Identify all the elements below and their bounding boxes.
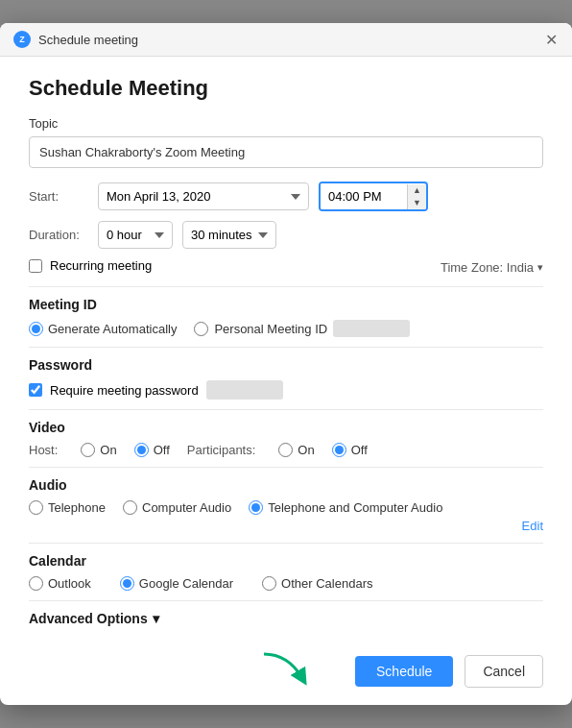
timezone-selector[interactable]: Time Zone: India ▾ bbox=[441, 260, 543, 275]
telephone-computer-audio-radio[interactable] bbox=[249, 500, 263, 515]
topic-label: Topic bbox=[29, 116, 543, 131]
divider-5 bbox=[29, 543, 543, 544]
participants-on-label[interactable]: On bbox=[298, 443, 314, 457]
topic-input[interactable] bbox=[29, 136, 543, 168]
timezone-text: Time Zone: India bbox=[441, 260, 534, 275]
outlook-label[interactable]: Outlook bbox=[48, 576, 91, 591]
password-mask bbox=[206, 380, 283, 400]
google-calendar-radio[interactable] bbox=[120, 576, 134, 591]
generate-auto-option[interactable]: Generate Automatically bbox=[29, 322, 177, 336]
participants-on-option[interactable]: On bbox=[278, 443, 314, 457]
host-on-option[interactable]: On bbox=[81, 443, 116, 457]
require-password-checkbox[interactable] bbox=[29, 383, 42, 397]
host-on-radio[interactable] bbox=[81, 443, 95, 457]
video-row: Host: On Off Participants: On Off bbox=[29, 443, 543, 457]
password-title: Password bbox=[29, 357, 543, 373]
cancel-button[interactable]: Cancel bbox=[465, 655, 543, 688]
title-bar: Z Schedule meeting ✕ bbox=[0, 23, 572, 57]
audio-title: Audio bbox=[29, 477, 543, 493]
title-bar-left: Z Schedule meeting bbox=[13, 31, 138, 48]
start-row: Start: Mon April 13, 2020 ▲ ▼ bbox=[29, 182, 543, 211]
dialog-footer: Schedule Cancel bbox=[0, 645, 572, 705]
host-off-radio[interactable] bbox=[134, 443, 149, 457]
google-calendar-label[interactable]: Google Calendar bbox=[139, 576, 233, 591]
page-title: Schedule Meeting bbox=[29, 76, 543, 101]
telephone-computer-audio-label[interactable]: Telephone and Computer Audio bbox=[268, 500, 442, 515]
calendar-title: Calendar bbox=[29, 553, 543, 569]
participants-off-label[interactable]: Off bbox=[351, 443, 368, 457]
divider-6 bbox=[29, 600, 543, 601]
outlook-option[interactable]: Outlook bbox=[29, 576, 91, 591]
divider-4 bbox=[29, 467, 543, 468]
time-spinner: ▲ ▼ bbox=[407, 184, 426, 209]
password-row: Require meeting password bbox=[29, 380, 543, 400]
timezone-chevron-icon: ▾ bbox=[537, 261, 543, 274]
dialog-content: Schedule Meeting Topic Start: Mon April … bbox=[0, 57, 572, 645]
other-calendars-label[interactable]: Other Calendars bbox=[281, 576, 372, 591]
start-date-select[interactable]: Mon April 13, 2020 bbox=[98, 182, 309, 210]
divider-3 bbox=[29, 409, 543, 410]
schedule-arrow-indicator bbox=[259, 649, 317, 688]
schedule-meeting-dialog: Z Schedule meeting ✕ Schedule Meeting To… bbox=[0, 23, 572, 705]
audio-row: Telephone Computer Audio Telephone and C… bbox=[29, 500, 543, 515]
participants-off-option[interactable]: Off bbox=[332, 443, 368, 457]
computer-audio-label[interactable]: Computer Audio bbox=[142, 500, 231, 515]
telephone-radio[interactable] bbox=[29, 500, 43, 515]
outlook-radio[interactable] bbox=[29, 576, 43, 591]
participants-off-radio[interactable] bbox=[332, 443, 346, 457]
duration-row: Duration: 0 hour 1 hour 2 hours 30 minut… bbox=[29, 221, 543, 249]
advanced-options-row[interactable]: Advanced Options ▾ bbox=[29, 611, 543, 626]
time-input[interactable] bbox=[321, 183, 407, 209]
host-label: Host: bbox=[29, 443, 58, 457]
recurring-row: Recurring meeting bbox=[29, 258, 152, 273]
google-calendar-option[interactable]: Google Calendar bbox=[120, 576, 233, 591]
computer-audio-option[interactable]: Computer Audio bbox=[123, 500, 231, 515]
generate-auto-label[interactable]: Generate Automatically bbox=[48, 322, 177, 336]
host-off-option[interactable]: Off bbox=[134, 443, 170, 457]
recurring-timezone-row: Recurring meeting Time Zone: India ▾ bbox=[29, 258, 543, 277]
recurring-label[interactable]: Recurring meeting bbox=[50, 258, 152, 273]
advanced-options-label: Advanced Options bbox=[29, 611, 148, 626]
duration-hour-select[interactable]: 0 hour 1 hour 2 hours bbox=[98, 221, 173, 249]
duration-label: Duration: bbox=[29, 228, 88, 242]
require-password-label[interactable]: Require meeting password bbox=[50, 383, 199, 398]
recurring-checkbox[interactable] bbox=[29, 259, 42, 273]
personal-meeting-radio[interactable] bbox=[194, 322, 208, 336]
calendar-row: Outlook Google Calendar Other Calendars bbox=[29, 576, 543, 591]
zoom-logo: Z bbox=[13, 31, 31, 48]
host-on-label[interactable]: On bbox=[100, 443, 116, 457]
computer-audio-radio[interactable] bbox=[123, 500, 137, 515]
personal-meeting-option[interactable]: Personal Meeting ID bbox=[194, 320, 410, 337]
personal-meeting-label[interactable]: Personal Meeting ID bbox=[214, 322, 327, 336]
telephone-label[interactable]: Telephone bbox=[48, 500, 106, 515]
advanced-chevron-icon: ▾ bbox=[153, 611, 159, 626]
close-button[interactable]: ✕ bbox=[543, 32, 559, 47]
telephone-computer-audio-option[interactable]: Telephone and Computer Audio bbox=[249, 500, 442, 515]
time-input-wrapper: ▲ ▼ bbox=[319, 182, 428, 211]
participants-label: Participants: bbox=[187, 443, 256, 457]
meeting-id-title: Meeting ID bbox=[29, 297, 543, 312]
meeting-id-row: Generate Automatically Personal Meeting … bbox=[29, 320, 543, 337]
other-calendars-option[interactable]: Other Calendars bbox=[262, 576, 372, 591]
edit-link[interactable]: Edit bbox=[29, 519, 543, 533]
time-down-button[interactable]: ▼ bbox=[408, 197, 426, 209]
telephone-option[interactable]: Telephone bbox=[29, 500, 106, 515]
divider-1 bbox=[29, 286, 543, 287]
start-label: Start: bbox=[29, 189, 88, 204]
dialog-title: Schedule meeting bbox=[38, 33, 138, 47]
schedule-button[interactable]: Schedule bbox=[355, 656, 453, 687]
duration-minute-select[interactable]: 30 minutes 0 minutes 15 minutes 45 minut… bbox=[182, 221, 276, 249]
host-off-label[interactable]: Off bbox=[154, 443, 170, 457]
generate-auto-radio[interactable] bbox=[29, 322, 43, 336]
participants-on-radio[interactable] bbox=[278, 443, 293, 457]
divider-2 bbox=[29, 347, 543, 348]
time-up-button[interactable]: ▲ bbox=[408, 184, 426, 197]
other-calendars-radio[interactable] bbox=[262, 576, 276, 591]
video-title: Video bbox=[29, 420, 543, 435]
personal-id-mask bbox=[333, 320, 410, 337]
